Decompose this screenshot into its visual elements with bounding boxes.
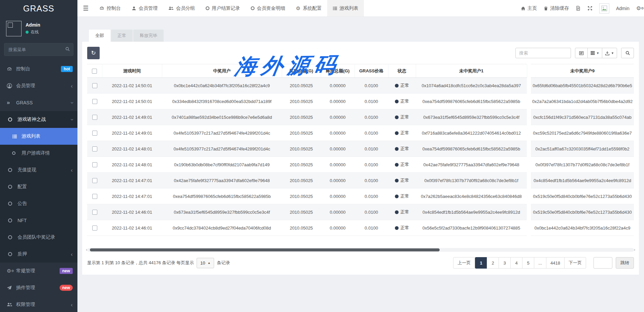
- table-row[interactable]: 2022-11-02 14:47:010xea754df599876065cfe…: [87, 188, 634, 204]
- row-checkbox[interactable]: [92, 162, 97, 167]
- table-row[interactable]: 2022-11-02 14:50:010x334edb8432f3916708c…: [87, 94, 634, 109]
- navbar-username[interactable]: Admin: [616, 6, 630, 11]
- cell-loser-9: 0x0f397ef78fc1307b77d0f92a68c08c7de3ef8b…: [531, 157, 634, 173]
- table-row[interactable]: 2022-11-02 14:47:010x42ae75fafe9f327775a…: [87, 173, 634, 188]
- clear-cache-link[interactable]: 清除缓存: [544, 5, 569, 11]
- cell-grass-price: 0.0100: [354, 157, 388, 173]
- sidebar-item-game-list[interactable]: 游戏列表: [0, 128, 77, 145]
- sidebar-item-nft[interactable]: NFT: [0, 212, 77, 229]
- table-row[interactable]: 2022-11-02 14:46:010x9cc74dc3784024cb8d9…: [87, 220, 634, 236]
- filter-tab-released[interactable]: 释放完毕: [133, 30, 164, 42]
- nav-tab-dashboard[interactable]: 控制台: [94, 0, 126, 16]
- sidebar-item-dashboard[interactable]: 控制台 hot: [0, 61, 77, 77]
- filter-tab-all[interactable]: 全部: [89, 30, 110, 42]
- chevron-left-icon: ‹: [71, 83, 73, 89]
- sidebar-item-permission-management[interactable]: 权限管理 ‹: [0, 296, 77, 312]
- sidebar-item-team-winning-records[interactable]: 会员团队中奖记录: [0, 229, 77, 246]
- fullscreen-icon[interactable]: [587, 6, 592, 11]
- column-gap: [527, 157, 531, 173]
- row-checkbox[interactable]: [92, 210, 97, 215]
- cell-winner: 0x673ea31f5ef6545d8959e327fbb599cc0c5e3c…: [162, 204, 282, 220]
- table-panel: 海外源码 ↻ ▼ ▼: [82, 42, 639, 275]
- col-loser-1: 未中奖用户1: [416, 64, 527, 78]
- hamburger-menu-icon[interactable]: ☰: [77, 0, 94, 16]
- columns-button[interactable]: ▼: [587, 48, 602, 58]
- cell-checkbox: [87, 220, 102, 236]
- horizontal-scrollbar: ‹ ›: [87, 248, 634, 252]
- cell-status: 正常: [388, 94, 416, 109]
- export-button[interactable]: ▼: [602, 48, 617, 58]
- sidebar-item-announcement[interactable]: 公告: [0, 195, 77, 212]
- settings-cogs-icon[interactable]: ⚙⚙: [636, 5, 644, 11]
- table-row[interactable]: 2022-11-02 14:49:010x4fe51053977c217ad27…: [87, 125, 634, 141]
- search-toggle-button[interactable]: [621, 48, 634, 58]
- nav-tab-user-settlement-records[interactable]: 用户结算记录: [200, 0, 245, 16]
- row-checkbox[interactable]: [92, 178, 97, 183]
- row-checkbox[interactable]: [92, 83, 97, 88]
- cell-checkbox: [87, 125, 102, 141]
- row-checkbox[interactable]: [92, 194, 97, 199]
- prev-page-button[interactable]: 上一页: [453, 257, 475, 269]
- cell-winner: 0x7401a98fae592d34be015ce986b9ce7e6e5d6a…: [162, 109, 282, 125]
- filter-tab-normal[interactable]: 正常: [111, 30, 133, 42]
- gauge-icon: [99, 6, 104, 11]
- nav-tab-game-list[interactable]: 游戏列表: [327, 0, 364, 16]
- scrollbar-thumb[interactable]: [90, 248, 440, 251]
- sidebar-item-members[interactable]: 会员管理 ‹: [0, 77, 77, 94]
- page-button-3[interactable]: 3: [499, 257, 511, 269]
- nav-tab-members[interactable]: 会员管理: [126, 0, 163, 16]
- scroll-left-icon[interactable]: ‹: [86, 247, 87, 252]
- menu-search-input[interactable]: [4, 43, 73, 56]
- row-checkbox[interactable]: [92, 99, 97, 104]
- row-checkbox[interactable]: [92, 226, 97, 231]
- column-gap: [527, 64, 531, 78]
- nav-tab-member-fund-details[interactable]: 会员资金明细: [245, 0, 291, 16]
- status-dot-icon: [395, 84, 399, 88]
- sidebar-item-plugin-management[interactable]: 插件管理 new: [0, 279, 77, 296]
- nav-tab-system-config[interactable]: ⚙ 系统配置: [291, 0, 327, 16]
- table-search-input[interactable]: [515, 48, 571, 58]
- table-row[interactable]: 2022-11-02 14:49:010x7401a98fae592d34be0…: [87, 109, 634, 125]
- sidebar-item-user-game-detail[interactable]: 用户游戏详情: [0, 145, 77, 162]
- sidebar-item-config[interactable]: 配置: [0, 178, 77, 195]
- page-button-4[interactable]: 4: [510, 257, 522, 269]
- cell-checkbox: [87, 188, 102, 204]
- sidebar-item-grass[interactable]: » GRASS ‹: [0, 94, 77, 111]
- row-checkbox[interactable]: [92, 146, 97, 151]
- status-badge: 正常: [395, 193, 409, 199]
- avatar[interactable]: [599, 3, 609, 13]
- jump-page-input[interactable]: [594, 257, 612, 269]
- page-button-2[interactable]: 2: [487, 257, 499, 269]
- navbar-right: 主页 清除缓存 Admin ⚙⚙: [521, 0, 644, 16]
- page-size-dropdown[interactable]: 10 ▲: [197, 258, 214, 268]
- page-button-5[interactable]: 5: [522, 257, 534, 269]
- select-all-checkbox[interactable]: [92, 69, 97, 74]
- jump-button[interactable]: 跳转: [616, 257, 634, 269]
- table-row[interactable]: 2022-11-02 14:48:010x190b63b0db08be7cf90…: [87, 157, 634, 173]
- detail-view-button[interactable]: [575, 48, 588, 58]
- cell-checkbox: [87, 157, 102, 173]
- page-button-4418[interactable]: 4418: [546, 257, 565, 269]
- cell-status: 正常: [388, 204, 416, 220]
- user-name: Admin: [26, 22, 40, 28]
- row-checkbox[interactable]: [92, 115, 97, 120]
- table-row[interactable]: 2022-11-02 14:46:010x673ea31f5ef6545d895…: [87, 204, 634, 220]
- next-page-button[interactable]: 下一页: [564, 257, 586, 269]
- row-checkbox[interactable]: [92, 131, 97, 136]
- table-row[interactable]: 2022-11-02 14:50:010x0bc1e442c0a624b34bf…: [87, 78, 634, 94]
- cell-checkbox: [87, 141, 102, 157]
- sidebar-item-staking[interactable]: 质押 ‹: [0, 246, 77, 263]
- table-row[interactable]: 2022-11-02 14:48:010x4fe51053977c217ad27…: [87, 141, 634, 157]
- circle-icon: [251, 6, 255, 10]
- page-button-1[interactable]: 1: [475, 257, 487, 269]
- docs-icon[interactable]: [576, 6, 581, 11]
- sidebar-item-recharge-withdraw[interactable]: 充值提现 ‹: [0, 162, 77, 178]
- sidebar-item-game-gods-war[interactable]: 游戏诸神之战 ‹: [0, 111, 77, 128]
- scroll-right-icon[interactable]: ›: [634, 247, 635, 252]
- cell-loser-9: 0xcfc156d1f49c371d560eca77131da38a55c074…: [531, 109, 634, 125]
- circle-icon: [8, 185, 16, 189]
- home-link[interactable]: 主页: [521, 5, 537, 11]
- nav-tab-member-groups[interactable]: 会员分组: [163, 0, 200, 16]
- sidebar-item-general-management[interactable]: ⚙⚙ 常规管理 new: [0, 263, 77, 279]
- refresh-button[interactable]: ↻: [87, 47, 100, 59]
